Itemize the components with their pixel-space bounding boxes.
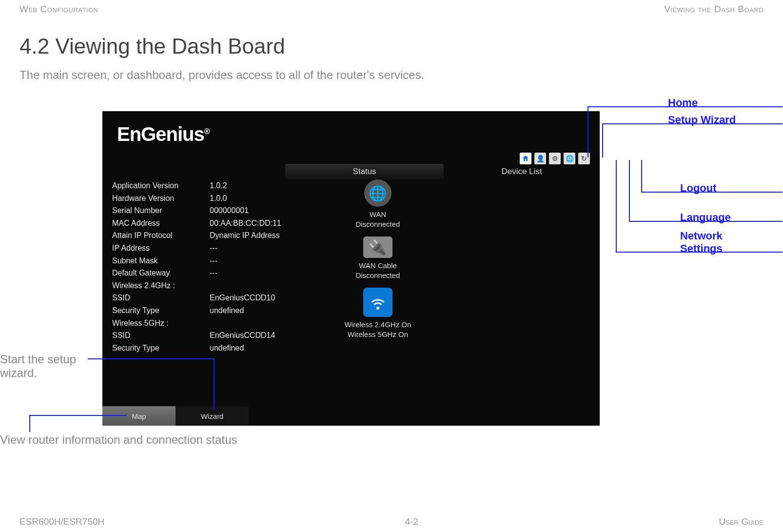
status-column: 🌐 WANDisconnected 🔌 WAN CableDisconnecte…: [312, 179, 444, 339]
home-icon[interactable]: [520, 153, 531, 164]
callout-logout: Logout: [680, 182, 717, 195]
status-wan-cable: 🔌 WAN CableDisconnected: [356, 236, 400, 280]
header-right: Viewing the Dash Board: [664, 4, 763, 15]
footer-guide: User Guide: [719, 516, 763, 527]
status-wireless: Wireless 2.4GHz OnWireless 5GHz On: [345, 288, 411, 339]
setup-wizard-icon[interactable]: 👤: [534, 153, 546, 164]
top-icon-row: 👤 ⚙ 🌐 ↻: [520, 153, 590, 164]
router-dashboard: EnGenius® 👤 ⚙ 🌐 ↻ Status Device List App…: [102, 111, 600, 426]
desc-start-wizard: Start the setup wizard.: [0, 353, 102, 380]
callout-setup-wizard: Setup Wizard: [668, 114, 736, 126]
section-intro: The main screen, or dashboard, provides …: [0, 68, 783, 92]
desc-view-info: View router information and connection s…: [0, 433, 237, 447]
tab-wizard[interactable]: Wizard: [176, 406, 249, 426]
language-icon[interactable]: 🌐: [564, 153, 575, 164]
devicelist-column-header: Device List: [444, 164, 600, 179]
footer-model: ESR600H/ESR750H: [20, 516, 104, 527]
section-title: 4.2 Viewing the Dash Board: [0, 15, 783, 68]
brand-logo: EnGenius®: [117, 123, 210, 145]
wifi-icon: [363, 288, 392, 317]
status-column-header: Status: [285, 164, 444, 179]
callout-home: Home: [668, 97, 698, 109]
callout-language: Language: [680, 211, 731, 224]
header-left: Web Configuration: [20, 4, 98, 15]
network-settings-icon[interactable]: ⚙: [549, 153, 561, 164]
status-wan: 🌐 WANDisconnected: [356, 179, 400, 229]
tab-map[interactable]: Map: [102, 406, 176, 426]
router-info-table: Application Version1.0.2 Hardware Versio…: [112, 179, 297, 354]
cable-icon: 🔌: [363, 236, 392, 258]
globe-icon: 🌐: [364, 179, 392, 207]
footer-page: 4-2: [405, 516, 418, 527]
